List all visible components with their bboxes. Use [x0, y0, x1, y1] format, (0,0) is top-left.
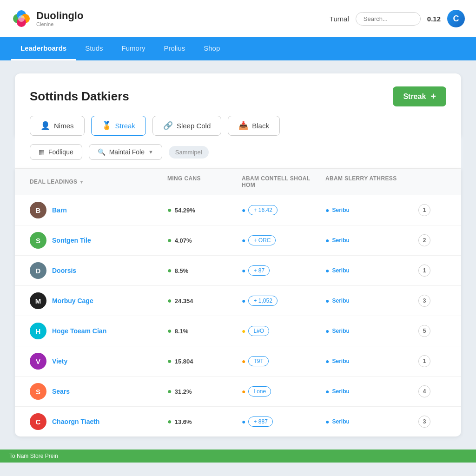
metric-value-doorsis: 8.5% — [175, 267, 189, 274]
name-text-hoge-toeam-cian[interactable]: Hoge Toeam Cian — [52, 327, 106, 335]
row-name-chaorgn-tiaeth: C Chaorgn Tiaeth — [30, 413, 167, 430]
logo-sub-text: Clenine — [36, 21, 83, 27]
name-text-morbuy-cage[interactable]: Morbuy Cage — [52, 297, 93, 304]
nav-bar: Leaderboards Studs Fumory Prolius Shop — [0, 37, 476, 60]
black-icon: 📥 — [238, 121, 248, 131]
pill-tag-doorsis: + 87 — [248, 265, 270, 276]
status-cell-viety: ● Seribu — [325, 357, 418, 365]
name-text-sontgen-tile[interactable]: Sontgen Tile — [52, 237, 91, 244]
table-row: M Morbuy Cage ● 24.354 ● + 1,052 ● Serib… — [15, 286, 461, 316]
tab-black-label: Black — [252, 122, 269, 130]
badge-dot-barn: ● — [242, 206, 245, 214]
avatar-sontgen-tile: S — [30, 232, 46, 249]
sort-icon: ▼ — [79, 179, 84, 185]
metric-dot-doorsis: ● — [167, 266, 172, 275]
metric-value-sears: 31.2% — [175, 388, 192, 395]
rank-cell-sontgen-tile: 2 — [418, 234, 446, 246]
th-deal-leadings[interactable]: Deal Leadings ▼ — [30, 175, 167, 188]
table-row: S Sontgen Tile ● 4.07% ● + ORC ● Seribu … — [15, 225, 461, 256]
table-body: B Barn ● 54.29% ● + 16.42 ● Seribu 1 — [15, 195, 461, 436]
user-label: Turnal — [330, 15, 349, 23]
avatar-sears: S — [30, 383, 46, 400]
metric-chaorgn-tiaeth: ● 13.6% — [167, 417, 242, 426]
nav-item-leaderboards[interactable]: Leaderboards — [11, 37, 76, 60]
table-row: H Hoge Toeam Cian ● 8.1% ● L#O ● Seribu … — [15, 316, 461, 346]
tab-nimes[interactable]: 👤 Nimes — [30, 116, 85, 136]
name-text-sears[interactable]: Sears — [52, 388, 70, 395]
main-content: Sottinds Datkiers Streak + 👤 Nimes 🏅 Str… — [0, 60, 476, 450]
rank-cell-sears: 4 — [418, 385, 446, 397]
status-cell-hoge-toeam-cian: ● Seribu — [325, 327, 418, 335]
nav-item-shop[interactable]: Shop — [194, 37, 229, 60]
th-rank — [418, 175, 446, 188]
status-text-doorsis: Seribu — [332, 267, 349, 274]
nav-item-prolius[interactable]: Prolius — [154, 37, 194, 60]
search-input[interactable] — [356, 12, 421, 26]
sleep-cold-icon: 🔗 — [163, 121, 173, 131]
metric-barn: ● 54.29% — [167, 206, 242, 214]
maintai-filter[interactable]: 🔍 Maintai Fole ▼ — [89, 144, 162, 160]
streak-icon: 🏅 — [102, 121, 112, 131]
row-name-sontgen-tile: S Sontgen Tile — [30, 232, 167, 249]
metric-dot-sontgen-tile: ● — [167, 236, 172, 245]
status-dot-chaorgn-tiaeth: ● — [325, 418, 329, 425]
status-dot-barn: ● — [325, 206, 329, 214]
fodlique-filter[interactable]: ▦ Fodlique — [30, 144, 82, 160]
name-text-barn[interactable]: Barn — [52, 206, 67, 214]
page-title-row: Sottinds Datkiers Streak + — [30, 86, 446, 106]
filter-tag: Sammipel — [169, 146, 209, 159]
metric-sontgen-tile: ● 4.07% — [167, 236, 242, 245]
table-row: V Viety ● 15.804 ● T9T ● Seribu 1 — [15, 346, 461, 377]
tab-sleep-cold-label: Sleep Cold — [177, 122, 211, 130]
row-name-sears: S Sears — [30, 383, 167, 400]
metric-value-sontgen-tile: 4.07% — [175, 237, 192, 244]
rank-circle-barn: 1 — [418, 204, 430, 216]
filter-grid-icon: ▦ — [39, 148, 45, 156]
status-cell-doorsis: ● Seribu — [325, 267, 418, 274]
rank-cell-hoge-toeam-cian: 5 — [418, 325, 446, 337]
status-text-hoge-toeam-cian: Seribu — [332, 328, 349, 334]
metric-viety: ● 15.804 — [167, 357, 242, 365]
status-cell-sears: ● Seribu — [325, 388, 418, 395]
rank-circle-hoge-toeam-cian: 5 — [418, 325, 430, 337]
th-abam-slerry: Abam Slerry Athress — [325, 175, 418, 188]
status-text-chaorgn-tiaeth: Seribu — [332, 418, 349, 425]
metric-value-hoge-toeam-cian: 8.1% — [175, 328, 189, 335]
search-icon: 🔍 — [98, 148, 106, 156]
table-row: C Chaorgn Tiaeth ● 13.6% ● + 887 ● Serib… — [15, 407, 461, 436]
badge-sears: ● Lone — [242, 386, 325, 397]
pill-tag-sontgen-tile: + ORC — [248, 235, 276, 245]
rank-circle-chaorgn-tiaeth: 3 — [418, 416, 430, 428]
metric-sears: ● 31.2% — [167, 387, 242, 396]
tab-streak[interactable]: 🏅 Streak — [91, 116, 146, 136]
name-text-viety[interactable]: Viety — [52, 357, 67, 365]
tab-black[interactable]: 📥 Black — [228, 116, 280, 136]
metric-morbuy-cage: ● 24.354 — [167, 297, 242, 305]
rank-cell-viety: 1 — [418, 355, 446, 367]
status-cell-chaorgn-tiaeth: ● Seribu — [325, 418, 418, 425]
avatar-barn: B — [30, 202, 46, 218]
row-name-morbuy-cage: M Morbuy Cage — [30, 292, 167, 309]
status-text-morbuy-cage: Seribu — [332, 298, 349, 304]
svg-point-4 — [18, 15, 25, 22]
status-cell-barn: ● Seribu — [325, 206, 418, 214]
badge-dot-doorsis: ● — [242, 267, 245, 274]
table-header: Deal Leadings ▼ Ming Cans Abam Contell S… — [15, 169, 461, 195]
badge-hoge-toeam-cian: ● L#O — [242, 326, 325, 336]
avatar-viety: V — [30, 353, 46, 370]
badge-sontgen-tile: ● + ORC — [242, 235, 325, 245]
header: Duolinglo Clenine Turnal 0.12 C — [0, 0, 476, 37]
nimes-icon: 👤 — [40, 121, 50, 131]
nav-item-studs[interactable]: Studs — [76, 37, 112, 60]
streak-button[interactable]: Streak + — [393, 86, 446, 106]
metric-value-viety: 15.804 — [175, 358, 193, 365]
pill-tag-sears: Lone — [248, 386, 271, 397]
badge-barn: ● + 16.42 — [242, 205, 325, 215]
name-text-doorsis[interactable]: Doorsis — [52, 267, 76, 274]
tab-sleep-cold[interactable]: 🔗 Sleep Cold — [152, 116, 221, 136]
badge-dot-morbuy-cage: ● — [242, 297, 245, 304]
name-text-chaorgn-tiaeth[interactable]: Chaorgn Tiaeth — [52, 418, 99, 425]
nav-item-fumory[interactable]: Fumory — [112, 37, 155, 60]
metric-dot-viety: ● — [167, 357, 172, 365]
rank-cell-barn: 1 — [418, 204, 446, 216]
